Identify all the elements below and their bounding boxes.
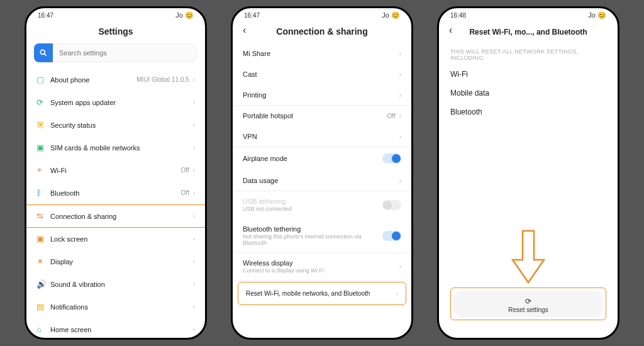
row-label: Lock screen	[50, 235, 193, 243]
page-title: Settings	[98, 26, 133, 36]
settings-row-bluetooth[interactable]: ᛒBluetoothOff›	[26, 182, 205, 204]
row-label: Sound & vibration	[50, 281, 193, 288]
chevron-right-icon: ›	[193, 258, 195, 265]
back-button[interactable]: ‹	[449, 25, 452, 36]
row-icon: ☀	[36, 257, 50, 266]
row-icon: 🔊	[36, 279, 50, 289]
connection-list: Mi Share› Cast› Printing› Portable hotsp…	[233, 43, 411, 338]
row-usb-tethering: USB tetheringUSB not connected	[233, 191, 411, 219]
statusbar: 16:47 Jo 😊	[26, 8, 205, 22]
clock: 16:47	[38, 12, 53, 19]
settings-row-system-apps-updater[interactable]: ⟳System apps updater›	[26, 91, 205, 114]
page-title: Reset Wi-Fi, mo..., and Bluetooth	[469, 28, 587, 36]
row-icon: ▤	[36, 302, 50, 311]
chevron-right-icon: ›	[193, 303, 195, 310]
reset-item: Mobile data	[439, 84, 618, 103]
page-title: Connection & sharing	[276, 26, 367, 36]
phone-reset-networks: 16:48 Jo 😊 ‹ Reset Wi-Fi, mo..., and Blu…	[437, 6, 619, 340]
chevron-right-icon: ›	[193, 213, 195, 220]
reset-settings-button[interactable]: ⟳ Reset settings	[453, 291, 603, 317]
chevron-right-icon: ›	[193, 121, 195, 128]
settings-row-home-screen[interactable]: ⌂Home screen›	[26, 318, 205, 338]
statusbar: 16:47 Jo 😊	[233, 8, 411, 22]
reset-button-highlight: ⟳ Reset settings	[450, 287, 606, 320]
chevron-right-icon: ›	[193, 281, 195, 287]
row-value: MIUI Global 11.0.5	[136, 76, 189, 83]
row-vpn[interactable]: VPN›	[233, 126, 411, 147]
row-label: Display	[50, 258, 193, 265]
chevron-right-icon: ›	[399, 92, 401, 99]
row-airplane[interactable]: Airplane mode	[233, 147, 411, 170]
toggle-usb-tethering	[382, 200, 401, 210]
row-icon: ▢	[36, 75, 50, 84]
row-label: Connection & sharing	[50, 213, 193, 220]
settings-row-sound-vibration[interactable]: 🔊Sound & vibration›	[26, 273, 205, 296]
row-label: Notifications	[50, 303, 193, 311]
phone-connection-sharing: 16:47 Jo 😊 ‹ Connection & sharing Mi Sha…	[231, 6, 413, 340]
svg-line-1	[45, 54, 47, 56]
row-label: Wi-Fi	[50, 167, 181, 174]
search-icon[interactable]	[34, 43, 53, 62]
settings-row-lock-screen[interactable]: ▣Lock screen›	[26, 228, 205, 250]
row-icon: ⛨	[36, 120, 50, 130]
row-icon: ⟳	[36, 98, 50, 107]
row-icon: ᯤ	[36, 165, 50, 175]
row-icon: ⌂	[36, 325, 50, 334]
row-printing[interactable]: Printing›	[233, 85, 411, 106]
chevron-right-icon: ›	[399, 133, 401, 140]
header: Settings	[26, 22, 205, 43]
settings-row-about-phone[interactable]: ▢About phoneMIUI Global 11.0.5›	[26, 69, 205, 91]
search-input[interactable]	[53, 43, 197, 62]
row-hotspot[interactable]: Portable hotspotOff›	[233, 106, 411, 126]
chevron-right-icon: ›	[399, 263, 401, 270]
status-right: Jo 😊	[382, 11, 400, 20]
row-mishare[interactable]: Mi Share›	[233, 43, 411, 64]
row-label: Security status	[50, 121, 193, 129]
row-bt-tethering[interactable]: Bluetooth tetheringNot sharing this phon…	[233, 219, 411, 253]
status-right: Jo 😊	[588, 11, 606, 20]
row-wireless-display[interactable]: Wireless displayConnect to a display usi…	[233, 253, 411, 281]
chevron-right-icon: ›	[193, 99, 195, 106]
status-right: Jo 😊	[175, 11, 194, 20]
row-cast[interactable]: Cast›	[233, 64, 411, 85]
row-icon: ⇆	[36, 211, 50, 221]
back-button[interactable]: ‹	[243, 25, 246, 36]
reset-items: Wi-FiMobile dataBluetooth	[439, 65, 618, 121]
row-label: Bluetooth	[50, 189, 181, 197]
chevron-right-icon: ›	[193, 76, 195, 83]
settings-row-display[interactable]: ☀Display›	[26, 250, 205, 273]
settings-row-notifications[interactable]: ▤Notifications›	[26, 296, 205, 318]
row-label: System apps updater	[50, 99, 193, 106]
chevron-right-icon: ›	[193, 326, 195, 333]
chevron-right-icon: ›	[399, 50, 401, 57]
phone-settings: 16:47 Jo 😊 Settings ▢About phoneMIUI Glo…	[25, 6, 207, 340]
chevron-right-icon: ›	[193, 167, 195, 174]
row-icon: ᛒ	[36, 188, 50, 198]
row-label: About phone	[50, 76, 136, 84]
toggle-airplane[interactable]	[382, 153, 401, 164]
header: ‹ Reset Wi-Fi, mo..., and Bluetooth	[439, 22, 618, 43]
settings-row-sim-cards-mobile-networks[interactable]: ▣SIM cards & mobile networks›	[26, 137, 205, 159]
row-icon: ▣	[36, 143, 50, 152]
row-reset-networks[interactable]: Reset Wi-Fi, mobile networks, and Blueto…	[238, 282, 406, 305]
chevron-right-icon: ›	[193, 189, 195, 196]
settings-list: ▢About phoneMIUI Global 11.0.5›⟳System a…	[26, 69, 205, 338]
settings-row-connection-sharing[interactable]: ⇆Connection & sharing›	[26, 204, 205, 228]
chevron-right-icon: ›	[399, 177, 401, 184]
chevron-right-icon: ›	[193, 235, 195, 242]
clock: 16:48	[450, 12, 466, 19]
toggle-bt-tethering[interactable]	[382, 231, 401, 241]
row-datausage[interactable]: Data usage›	[233, 170, 411, 191]
row-value: Off	[181, 189, 189, 196]
settings-row-wi-fi[interactable]: ᯤWi-FiOff›	[26, 159, 205, 182]
search-bar[interactable]	[34, 43, 197, 62]
chevron-right-icon: ›	[193, 144, 195, 151]
settings-row-security-status[interactable]: ⛨Security status›	[26, 114, 205, 137]
row-label: SIM cards & mobile networks	[50, 144, 193, 152]
clock: 16:47	[244, 12, 260, 19]
reset-item: Bluetooth	[439, 103, 618, 121]
chevron-right-icon: ›	[399, 113, 401, 120]
reset-item: Wi-Fi	[439, 65, 618, 84]
statusbar: 16:48 Jo 😊	[439, 8, 618, 22]
row-value: Off	[181, 167, 189, 174]
